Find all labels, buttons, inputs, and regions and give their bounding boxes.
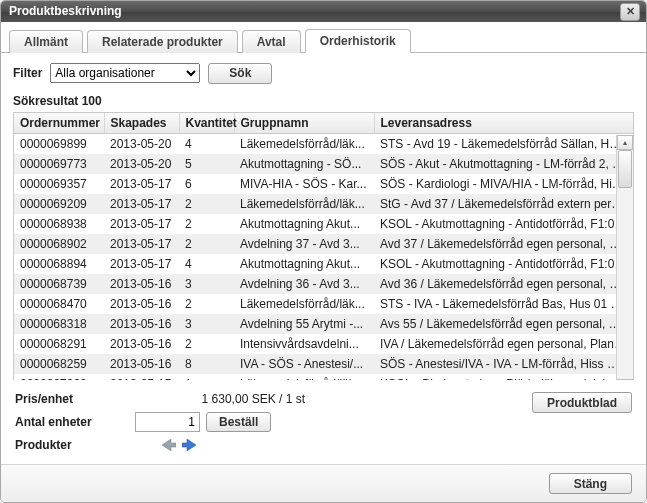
tab-bar: Allmänt Relaterade produkter Avtal Order… bbox=[1, 22, 646, 53]
tab-label: Relaterade produkter bbox=[102, 35, 223, 49]
cell-qty: 2 bbox=[179, 194, 234, 214]
window-title: Produktbeskrivning bbox=[9, 4, 122, 18]
close-button[interactable]: Stäng bbox=[549, 473, 632, 494]
cell-addr: Avd 36 / Läkemedelsförråd egen personal,… bbox=[374, 274, 633, 294]
table-row[interactable]: 00000689022013-05-172Avdelning 37 - Avd … bbox=[14, 234, 633, 254]
col-header-kvantitet[interactable]: Kvantitet bbox=[179, 113, 234, 134]
table-row[interactable]: 00000698992013-05-204Läkemedelsförråd/lä… bbox=[14, 133, 633, 154]
cell-group: Akutmottagning Akut... bbox=[234, 214, 374, 234]
cell-order: 0000069773 bbox=[14, 154, 104, 174]
cell-created: 2013-05-16 bbox=[104, 314, 179, 334]
scroll-thumb[interactable] bbox=[618, 150, 632, 188]
tab-label: Orderhistorik bbox=[320, 34, 396, 48]
cell-qty: 3 bbox=[179, 274, 234, 294]
dialog-footer: Stäng bbox=[1, 464, 646, 502]
cell-order: 0000068291 bbox=[14, 334, 104, 354]
cell-group: Läkemedelsförråd/läk... bbox=[234, 194, 374, 214]
cell-qty: 4 bbox=[179, 133, 234, 154]
cell-order: 0000068938 bbox=[14, 214, 104, 234]
cell-addr: Avs 55 / Läkemedelsförråd egen personal,… bbox=[374, 314, 633, 334]
tab-orderhistorik[interactable]: Orderhistorik bbox=[305, 29, 411, 53]
filter-organisation-select[interactable]: Alla organisationer bbox=[50, 63, 200, 83]
table-row[interactable]: 00000697732013-05-205Akutmottagning - SÖ… bbox=[14, 154, 633, 174]
cell-addr: Avd 37 / Läkemedelsförråd egen personal,… bbox=[374, 234, 633, 254]
cell-qty: 8 bbox=[179, 354, 234, 374]
svg-marker-1 bbox=[182, 439, 196, 451]
cell-created: 2013-05-16 bbox=[104, 274, 179, 294]
cell-order: 0000068739 bbox=[14, 274, 104, 294]
cell-group: Avdelning 55 Arytmi -... bbox=[234, 314, 374, 334]
cell-created: 2013-05-16 bbox=[104, 334, 179, 354]
grid-header-row: Ordernummer Skapades Kvantitet Gruppnamn… bbox=[14, 113, 633, 134]
window-titlebar: Produktbeskrivning ✕ bbox=[1, 1, 646, 22]
cell-addr: SÖS - Anestesi/IVA - IVA - LM-förråd, Hi… bbox=[374, 354, 633, 374]
cell-addr: IVA / Läkemedelsförråd egen personal, Pl… bbox=[374, 334, 633, 354]
col-header-ordernummer[interactable]: Ordernummer bbox=[14, 113, 104, 134]
cell-created: 2013-05-20 bbox=[104, 133, 179, 154]
cell-created: 2013-05-16 bbox=[104, 294, 179, 314]
cell-addr: STS - IVA - Läkemedelsförråd Bas, Hus 01… bbox=[374, 294, 633, 314]
tab-avtal[interactable]: Avtal bbox=[242, 30, 301, 53]
table-row[interactable]: 00000687392013-05-163Avdelning 36 - Avd … bbox=[14, 274, 633, 294]
scroll-up-button[interactable]: ▴ bbox=[617, 135, 633, 150]
table-row[interactable]: 00000682912013-05-162Intensivvårdsavdeln… bbox=[14, 334, 633, 354]
cell-group: Läkemedelsförråd/läk... bbox=[234, 133, 374, 154]
cell-qty: 4 bbox=[179, 254, 234, 274]
cell-group: Intensivvårdsavdelni... bbox=[234, 334, 374, 354]
price-label: Pris/enhet bbox=[15, 392, 135, 406]
svg-marker-0 bbox=[162, 439, 176, 451]
table-row[interactable]: 00000689382013-05-172Akutmottagning Akut… bbox=[14, 214, 633, 234]
next-product-icon[interactable] bbox=[181, 438, 197, 452]
col-header-skapades[interactable]: Skapades bbox=[104, 113, 179, 134]
cell-qty: 6 bbox=[179, 174, 234, 194]
order-button[interactable]: Beställ bbox=[206, 412, 271, 432]
grid-scrollbar[interactable]: ▴ ▾ bbox=[616, 135, 633, 380]
window-close-button[interactable]: ✕ bbox=[620, 3, 640, 21]
cell-created: 2013-05-20 bbox=[104, 154, 179, 174]
cell-order: 0000068318 bbox=[14, 314, 104, 334]
table-row[interactable]: 00000688942013-05-174Akutmottagning Akut… bbox=[14, 254, 633, 274]
table-row[interactable]: 00000692092013-05-172Läkemedelsförråd/lä… bbox=[14, 194, 633, 214]
cell-order: 0000069899 bbox=[14, 133, 104, 154]
units-label: Antal enheter bbox=[15, 415, 135, 429]
col-header-gruppnamn[interactable]: Gruppnamn bbox=[234, 113, 374, 134]
cell-order: 0000068902 bbox=[14, 234, 104, 254]
results-title: Sökresultat 100 bbox=[13, 94, 634, 108]
table-row[interactable]: 00000683182013-05-163Avdelning 55 Arytmi… bbox=[14, 314, 633, 334]
cell-order: 0000069357 bbox=[14, 174, 104, 194]
table-row[interactable]: 00000682592013-05-168IVA - SÖS - Anestes… bbox=[14, 354, 633, 374]
cell-created: 2013-05-16 bbox=[104, 354, 179, 374]
cell-addr: SÖS - Akut - Akutmottagning - LM-förråd … bbox=[374, 154, 633, 174]
units-input[interactable] bbox=[135, 412, 200, 432]
cell-created: 2013-05-17 bbox=[104, 214, 179, 234]
col-header-leveransadress[interactable]: Leveransadress bbox=[374, 113, 633, 134]
table-row[interactable]: 00000684702013-05-162Läkemedelsförråd/lä… bbox=[14, 294, 633, 314]
prev-product-icon[interactable] bbox=[161, 438, 177, 452]
search-button[interactable]: Sök bbox=[208, 63, 272, 84]
cell-created: 2013-05-17 bbox=[104, 174, 179, 194]
cell-qty: 2 bbox=[179, 334, 234, 354]
cell-addr: STS - Avd 19 - Läkemedelsförråd Sällan, … bbox=[374, 133, 633, 154]
cell-order: 0000068470 bbox=[14, 294, 104, 314]
cell-order: 0000068259 bbox=[14, 354, 104, 374]
cell-group: Läkemedelsförråd/läk... bbox=[234, 294, 374, 314]
cell-order: 0000069209 bbox=[14, 194, 104, 214]
table-row[interactable]: 00000693572013-05-176MIVA-HIA - SÖS - Ka… bbox=[14, 174, 633, 194]
cell-qty: 5 bbox=[179, 154, 234, 174]
cell-group: Akutmottagning - SÖ... bbox=[234, 154, 374, 174]
tab-relaterade-produkter[interactable]: Relaterade produkter bbox=[87, 30, 238, 53]
cell-group: Avdelning 36 - Avd 3... bbox=[234, 274, 374, 294]
results-grid: Ordernummer Skapades Kvantitet Gruppnamn… bbox=[13, 112, 634, 380]
cell-qty: 2 bbox=[179, 234, 234, 254]
cell-order: 0000068894 bbox=[14, 254, 104, 274]
tab-label: Avtal bbox=[257, 35, 286, 49]
tab-allmant[interactable]: Allmänt bbox=[9, 30, 83, 53]
cell-addr: KSOL - Akutmottagning - Antidotförråd, F… bbox=[374, 214, 633, 234]
cell-group: IVA - SÖS - Anestesi/... bbox=[234, 354, 374, 374]
cell-addr: KSOL - Akutmottagning - Antidotförråd, F… bbox=[374, 254, 633, 274]
bottom-panel: Produktblad Pris/enhet 1 630,00 SEK / 1 … bbox=[1, 380, 646, 464]
cell-group: Akutmottagning Akut... bbox=[234, 254, 374, 274]
cell-addr: StG - Avd 37 / Läkemedelsförråd extern p… bbox=[374, 194, 633, 214]
produktblad-button[interactable]: Produktblad bbox=[532, 392, 632, 413]
cell-addr: SÖS - Kardiologi - MIVA/HIA - LM-förråd,… bbox=[374, 174, 633, 194]
